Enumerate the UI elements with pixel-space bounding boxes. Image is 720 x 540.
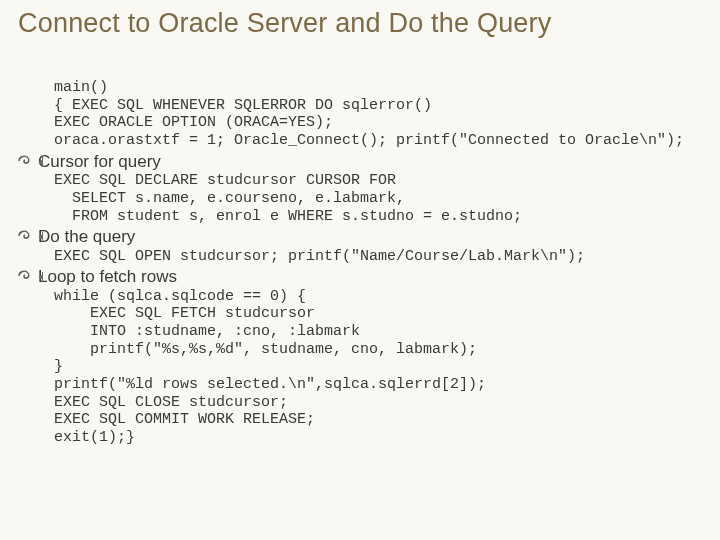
bullet-icon <box>18 154 34 168</box>
slide: Connect to Oracle Server and Do the Quer… <box>0 0 720 457</box>
section-heading: Do the query <box>38 227 135 246</box>
section-head-row: Cursor for query <box>18 152 702 172</box>
section-heading: Cursor for query <box>38 152 161 171</box>
section-cursor: Cursor for query EXEC SQL DECLARE studcu… <box>18 152 702 225</box>
section-doquery: Do the query EXEC SQL OPEN studcursor; p… <box>18 227 702 265</box>
bullet-icon <box>18 229 34 243</box>
bullet-icon <box>18 269 34 283</box>
section-loop: Loop to fetch rows while (sqlca.sqlcode … <box>18 267 702 447</box>
intro-block: main() { EXEC SQL WHENEVER SQLERROR DO s… <box>54 79 702 150</box>
section-head-row: Do the query <box>18 227 702 247</box>
code-doquery: EXEC SQL OPEN studcursor; printf("Name/C… <box>54 248 702 266</box>
section-heading: Loop to fetch rows <box>38 267 177 286</box>
page-title: Connect to Oracle Server and Do the Quer… <box>18 8 702 39</box>
code-intro: main() { EXEC SQL WHENEVER SQLERROR DO s… <box>54 79 702 150</box>
code-cursor: EXEC SQL DECLARE studcursor CURSOR FOR S… <box>54 172 702 225</box>
section-head-row: Loop to fetch rows <box>18 267 702 287</box>
code-loop: while (sqlca.sqlcode == 0) { EXEC SQL FE… <box>54 288 702 447</box>
